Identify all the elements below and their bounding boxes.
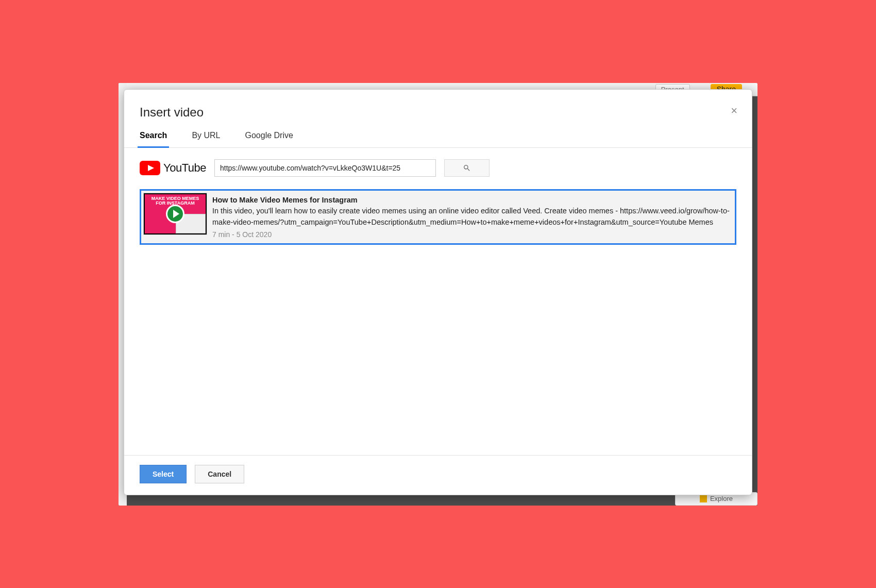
insert-video-dialog: Insert video × Search By URL Google Driv… — [124, 89, 752, 495]
youtube-wordmark: YouTube — [163, 161, 206, 175]
dialog-title: Insert video — [140, 105, 736, 120]
youtube-logo: YouTube — [140, 161, 206, 175]
tab-search[interactable]: Search — [140, 131, 167, 147]
search-button[interactable] — [444, 159, 490, 177]
search-results: MAKE VIDEO MEMES FOR INSTAGRAM How to Ma… — [124, 177, 752, 455]
video-result-text: How to Make Video Memes for Instagram In… — [212, 193, 733, 241]
video-url-input[interactable] — [214, 159, 436, 177]
video-result[interactable]: MAKE VIDEO MEMES FOR INSTAGRAM How to Ma… — [140, 189, 736, 245]
play-icon — [166, 205, 184, 223]
select-button[interactable]: Select — [140, 465, 187, 483]
video-meta: 7 min - 5 Oct 2020 — [212, 229, 730, 240]
dialog-header: Insert video × — [124, 90, 752, 120]
video-description: In this video, you'll learn how to easil… — [212, 206, 730, 228]
cancel-button[interactable]: Cancel — [195, 465, 244, 483]
video-thumbnail: MAKE VIDEO MEMES FOR INSTAGRAM — [143, 193, 207, 235]
tab-by-url[interactable]: By URL — [192, 131, 220, 147]
youtube-icon — [140, 161, 160, 175]
search-row: YouTube — [124, 148, 752, 177]
explore-icon — [700, 495, 707, 502]
dialog-tabs: Search By URL Google Drive — [124, 120, 752, 148]
search-icon — [463, 164, 471, 172]
app-backdrop: Present Share Explore Insert video × Sea… — [119, 83, 757, 506]
close-icon[interactable]: × — [731, 105, 737, 116]
video-title: How to Make Video Memes for Instagram — [212, 195, 730, 206]
explore-label: Explore — [710, 495, 733, 502]
tab-google-drive[interactable]: Google Drive — [245, 131, 293, 147]
dialog-footer: Select Cancel — [124, 455, 752, 495]
